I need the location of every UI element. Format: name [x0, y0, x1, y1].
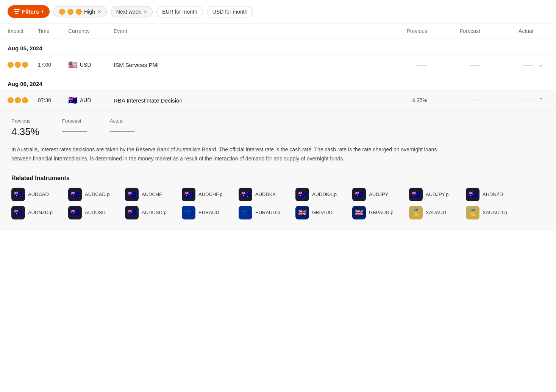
forecast-rba: ——: [427, 97, 480, 103]
instrument-euraud[interactable]: 🇪🇺 EURAUD: [182, 206, 231, 219]
detail-stats-rba: Previous 4.35% Forecast ——— Actual ———: [11, 118, 545, 138]
instrument-label-xauaud: XAUAUD: [426, 210, 446, 215]
instrument-label-audjpy: AUDJPY: [369, 191, 388, 197]
instrument-label-gbpaud: GBPAUD: [312, 210, 333, 215]
instrument-flag-audusd: 🇦🇺: [68, 206, 82, 219]
col-time: Time: [38, 28, 68, 34]
col-previous: Previous: [374, 28, 427, 34]
actual-ism: ——: [480, 62, 533, 68]
instrument-flag-xauaud: 🥇: [409, 206, 423, 219]
eur-month-label: EUR for month: [162, 9, 197, 15]
instrument-audjpyp[interactable]: 🇦🇺 AUDJPY.p: [409, 188, 458, 201]
detail-forecast-label: Forecast: [62, 118, 87, 124]
date-row-aug05: Aug 05, 2024: [0, 39, 556, 54]
coin-ism-1: [8, 62, 14, 68]
high-chip-close[interactable]: ✕: [97, 9, 101, 14]
expand-ism[interactable]: ⌄: [533, 61, 548, 68]
col-forecast: Forecast: [427, 28, 480, 34]
instrument-label-audusd: AUDUSD: [85, 210, 106, 215]
instrument-flag-audchfp: 🇦🇺: [182, 188, 195, 201]
instrument-flag-auddkkp: 🇦🇺: [295, 188, 309, 201]
svg-rect-2: [15, 13, 18, 14]
instrument-flag-gbpaud: 🇬🇧: [295, 206, 309, 219]
instrument-audchf[interactable]: 🇦🇺 AUDCHF: [125, 188, 174, 201]
coin-rba-3: [22, 97, 28, 103]
currency-label-ism: USD: [80, 62, 91, 68]
event-name-ism: ISM Services PMI: [114, 62, 374, 68]
flag-usd: 🇺🇸: [68, 60, 78, 69]
instrument-euraudp[interactable]: 🇪🇺 EURAUD.p: [239, 206, 288, 219]
flag-aud: 🇦🇺: [68, 96, 78, 105]
collapse-rba[interactable]: ⌃: [533, 97, 548, 104]
detail-actual-label: Actual: [110, 118, 135, 124]
instrument-audcadp[interactable]: 🇦🇺 AUDCAD.p: [68, 188, 117, 201]
instrument-audnzd[interactable]: 🇦🇺 AUDNZD: [466, 188, 515, 201]
instrument-label-audchfp: AUDCHF.p: [198, 191, 223, 197]
date-label-aug06: Aug 06, 2024: [8, 81, 42, 87]
detail-previous-label: Previous: [11, 118, 39, 124]
instrument-label-auddkk: AUDDKK: [255, 191, 276, 197]
table-header: Impact Time Currency Event Previous Fore…: [0, 23, 556, 39]
filters-button[interactable]: Filters ▾: [8, 5, 50, 18]
instrument-label-gbpaudp: GBPAUD.p: [369, 210, 394, 215]
related-instruments-grid: 🇦🇺 AUDCAD 🇦🇺 AUDCAD.p 🇦🇺 AUDCHF 🇦🇺 AUDCH…: [11, 188, 545, 219]
instrument-flag-gbpaudp: 🇬🇧: [352, 206, 366, 219]
next-week-chip[interactable]: Next week ✕: [111, 6, 153, 17]
next-week-chip-close[interactable]: ✕: [143, 9, 147, 14]
instrument-gbpaud[interactable]: 🇬🇧 GBPAUD: [295, 206, 345, 219]
usd-month-label: USD for month: [212, 9, 248, 15]
chevron-down-icon: ▾: [41, 9, 44, 14]
instrument-audchfp[interactable]: 🇦🇺 AUDCHF.p: [182, 188, 231, 201]
high-impact-chip[interactable]: High ✕: [53, 6, 107, 17]
instrument-audusd[interactable]: 🇦🇺 AUDUSD: [68, 206, 117, 219]
col-event: Event: [114, 28, 374, 34]
instrument-label-audnzdp: AUDNZD.p: [28, 210, 53, 215]
coin-rba-1: [8, 97, 14, 103]
svg-rect-0: [14, 9, 20, 10]
event-row-rba: 07:30 🇦🇺 AUD RBA Interest Rate Decision …: [0, 90, 556, 110]
instrument-audcad[interactable]: 🇦🇺 AUDCAD: [11, 188, 61, 201]
filter-icon: [14, 9, 20, 14]
instrument-audnzdp[interactable]: 🇦🇺 AUDNZD.p: [11, 206, 61, 219]
rba-description: In Australia, interest rates decisions a…: [11, 145, 447, 163]
instrument-flag-audnzd: 🇦🇺: [466, 188, 479, 201]
col-actual: Actual: [480, 28, 533, 34]
eur-month-chip[interactable]: EUR for month: [156, 6, 203, 17]
coin-ism-3: [22, 62, 28, 68]
previous-ism: ——: [374, 62, 427, 68]
actual-rba: ——: [480, 97, 533, 103]
instrument-flag-auddkk: 🇦🇺: [239, 188, 252, 201]
instrument-audusdp[interactable]: 🇦🇺 AUDUSD.p: [125, 206, 174, 219]
detail-previous-value: 4.35%: [11, 126, 39, 138]
previous-rba: 4.35%: [374, 97, 427, 103]
instrument-auddkk[interactable]: 🇦🇺 AUDDKK: [239, 188, 288, 201]
time-ism: 17:00: [38, 62, 68, 68]
event-name-rba: RBA Interest Rate Decision: [114, 97, 374, 104]
coin-rba-2: [15, 97, 21, 103]
instrument-label-audcad: AUDCAD: [28, 191, 49, 197]
instrument-auddkkp[interactable]: 🇦🇺 AUDDKK.p: [295, 188, 345, 201]
rba-expanded-detail: Previous 4.35% Forecast ——— Actual ——— I…: [0, 110, 556, 231]
instrument-flag-audcad: 🇦🇺: [11, 188, 25, 201]
coin-icon-3: [76, 9, 82, 15]
detail-actual: Actual ———: [110, 118, 135, 138]
instrument-audjpy[interactable]: 🇦🇺 AUDJPY: [352, 188, 401, 201]
detail-actual-value: ———: [110, 126, 135, 136]
impact-coins-rba: [8, 97, 38, 103]
detail-forecast-value: ———: [62, 126, 87, 136]
instrument-label-audchf: AUDCHF: [142, 191, 162, 197]
instrument-label-auddkkp: AUDDKK.p: [312, 191, 337, 197]
instrument-gbpaudp[interactable]: 🇬🇧 GBPAUD.p: [352, 206, 401, 219]
usd-month-chip[interactable]: USD for month: [207, 6, 253, 17]
high-chip-label: High: [84, 9, 95, 15]
svg-rect-1: [14, 11, 19, 12]
instrument-label-audjpyp: AUDJPY.p: [426, 191, 448, 197]
instrument-xauaudp[interactable]: 🥇 XAUAUD.p: [466, 206, 515, 219]
instrument-xauaud[interactable]: 🥇 XAUAUD: [409, 206, 458, 219]
currency-rba: 🇦🇺 AUD: [68, 96, 114, 105]
detail-previous: Previous 4.35%: [11, 118, 39, 138]
event-row-ism: 17:00 🇺🇸 USD ISM Services PMI —— —— —— ⌄: [0, 54, 556, 75]
coin-icon-2: [67, 9, 73, 15]
instrument-flag-audchf: 🇦🇺: [125, 188, 139, 201]
col-currency: Currency: [68, 28, 114, 34]
